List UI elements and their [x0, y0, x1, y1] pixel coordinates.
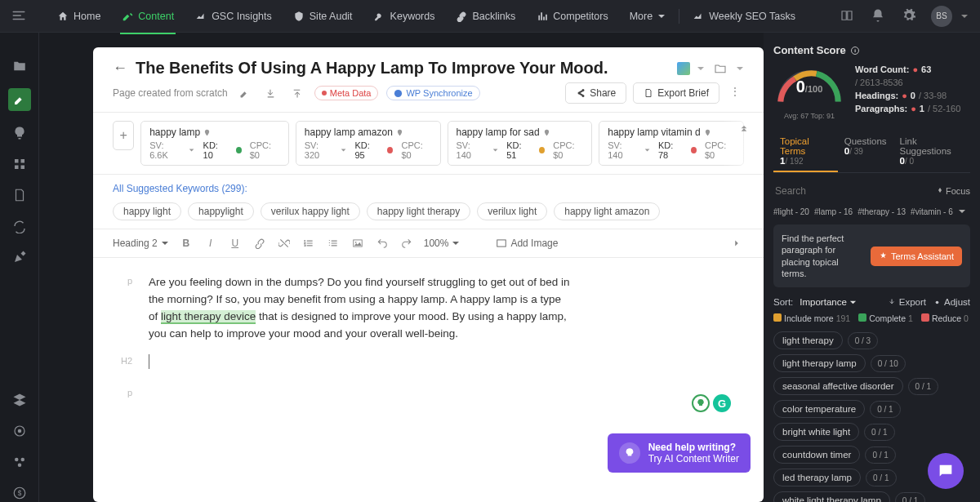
nav-label: Competitors	[553, 11, 608, 22]
rail-refresh-icon[interactable]	[11, 217, 29, 235]
folder-icon[interactable]	[711, 60, 729, 78]
suggested-keyword-pill[interactable]: happylight	[188, 202, 254, 220]
gauge-avg: Avg: 67 Top: 91	[773, 112, 845, 120]
nav-content[interactable]: Content	[114, 6, 182, 27]
paragraph-text[interactable]: Are you feeling down in the dumps? Do yo…	[149, 274, 573, 343]
export-button[interactable]: Export	[888, 297, 926, 307]
list-ul-icon[interactable]	[326, 236, 341, 251]
nav-label: Weekly SEO Tasks	[709, 11, 795, 22]
upload-icon[interactable]	[288, 84, 306, 102]
svg-text:i: i	[854, 48, 856, 53]
highlighted-term: light therapy device	[161, 310, 256, 324]
menu-toggle-icon[interactable]	[11, 8, 28, 24]
focus-button[interactable]: Focus	[936, 186, 970, 196]
color-toggle-icon[interactable]	[677, 62, 690, 75]
expand-icon[interactable]	[729, 236, 744, 251]
rail-target-icon[interactable]	[11, 422, 29, 440]
more-menu-icon[interactable]: ⋮	[726, 82, 744, 100]
nav-home[interactable]: Home	[49, 6, 109, 27]
suggested-label[interactable]: All Suggested Keywords (299):	[113, 183, 247, 194]
nav-audit[interactable]: Site Audit	[285, 6, 361, 27]
export-brief-button[interactable]: Export Brief	[633, 82, 719, 104]
add-image-button[interactable]: Add Image	[496, 238, 558, 249]
nav-competitors[interactable]: Competitors	[528, 6, 616, 27]
nav-more[interactable]: More	[621, 6, 674, 27]
term-row[interactable]: light therapy0 / 3	[773, 331, 970, 349]
suggested-keyword-pill[interactable]: happy light	[113, 202, 181, 220]
rail-doc-icon[interactable]	[11, 186, 29, 204]
rail-dollar-icon[interactable]: $	[11, 484, 29, 502]
share-button[interactable]: Share	[565, 82, 626, 104]
rail-pen-icon[interactable]	[11, 248, 29, 266]
list-ol-icon[interactable]	[301, 236, 316, 251]
filter-chip[interactable]: #light - 20	[773, 207, 809, 216]
tab-topical[interactable]: Topical Terms1/ 192	[773, 131, 838, 172]
nav-weekly[interactable]: Weekly SEO Tasks	[684, 6, 804, 27]
keyword-card[interactable]: happy lamp amazon SV: 320KD: 95CPC: $0	[296, 121, 441, 166]
unlink-icon[interactable]	[277, 236, 292, 251]
nav-backlinks[interactable]: Backlinks	[448, 6, 523, 27]
collapse-keywords-icon[interactable]	[737, 121, 751, 134]
underline-icon[interactable]: U	[228, 236, 243, 251]
add-keyword-button[interactable]: +	[113, 121, 134, 150]
nav-gsc[interactable]: GSC Insights	[187, 6, 280, 27]
search-input[interactable]	[773, 181, 936, 201]
rail-grid-icon[interactable]	[11, 155, 29, 173]
back-button[interactable]: ←	[113, 60, 127, 77]
keyword-card[interactable]: happy lamp for sad SV: 140KD: 51CPC: $0	[448, 121, 593, 166]
terms-assistant-button[interactable]: Terms Assistant	[871, 247, 962, 266]
chips-more-icon[interactable]	[958, 207, 966, 216]
suggested-keyword-pill[interactable]: verilux happy light	[261, 202, 360, 220]
nav-label: Home	[74, 11, 100, 22]
gear-icon[interactable]	[902, 8, 918, 24]
grammarly-icon[interactable]: G	[713, 394, 731, 412]
rail-cluster-icon[interactable]	[11, 453, 29, 471]
filter-chip[interactable]: #therapy - 13	[858, 207, 906, 216]
filter-chip[interactable]: #vitamin - 6	[911, 207, 953, 216]
docs-icon[interactable]	[840, 8, 856, 24]
rail-edit-icon[interactable]	[8, 88, 31, 111]
heading-select[interactable]: Heading 2	[113, 238, 169, 249]
info-icon[interactable]: i	[850, 46, 860, 56]
term-row[interactable]: bright white light0 / 1	[773, 423, 970, 441]
chat-fab[interactable]	[928, 453, 964, 489]
avatar[interactable]: BS	[931, 6, 952, 27]
suggested-keyword-pill[interactable]: happy light amazon	[554, 202, 660, 220]
keyword-card[interactable]: happy lamp vitamin d SV: 140KD: 78CPC: $…	[599, 121, 744, 166]
svg-point-1	[17, 429, 21, 433]
meta-data-badge[interactable]: Meta Data	[314, 86, 379, 100]
tab-links[interactable]: Link Suggestions0/ 0	[893, 131, 970, 172]
link-icon[interactable]	[252, 236, 267, 251]
rail-layers-icon[interactable]	[11, 391, 29, 409]
undo-icon[interactable]	[375, 236, 390, 251]
zoom-select[interactable]: 100%	[424, 238, 461, 249]
italic-icon[interactable]: I	[203, 236, 218, 251]
nav-keywords[interactable]: Keywords	[366, 6, 443, 27]
download-icon[interactable]	[262, 84, 280, 102]
hint-icon[interactable]	[692, 394, 710, 412]
term-row[interactable]: color temperature0 / 1	[773, 400, 970, 418]
keyword-card[interactable]: happy lamp SV: 6.6KKD: 10CPC: $0	[140, 121, 289, 166]
image-icon[interactable]	[350, 236, 365, 251]
filter-chip[interactable]: #lamp - 16	[814, 207, 853, 216]
rail-folder-icon[interactable]	[11, 57, 29, 75]
adjust-button[interactable]: Adjust	[933, 297, 970, 307]
bold-icon[interactable]: B	[179, 236, 194, 251]
term-row[interactable]: seasonal affective disorder0 / 1	[773, 377, 970, 395]
edit-icon[interactable]	[236, 84, 254, 102]
sort-select[interactable]: Importance	[800, 297, 857, 307]
bell-icon[interactable]	[871, 8, 887, 24]
suggested-keyword-pill[interactable]: verilux light	[477, 202, 547, 220]
term-row[interactable]: white light therapy lamp0 / 1	[773, 491, 970, 502]
tab-questions[interactable]: Questions0/ 39	[838, 131, 893, 172]
nav-label: More	[630, 11, 653, 22]
suggested-keyword-pill[interactable]: happy light therapy	[367, 202, 470, 220]
score-gauge: 0/100	[773, 64, 845, 110]
editor-body[interactable]: p Are you feeling down in the dumps? Do …	[93, 258, 764, 502]
wp-sync-badge[interactable]: WP Synchronize	[386, 86, 479, 100]
redo-icon[interactable]	[399, 236, 414, 251]
term-row[interactable]: light therapy lamp0 / 10	[773, 354, 970, 372]
rail-bulb-icon[interactable]	[11, 124, 29, 142]
ai-writer-banner[interactable]: Need help writing? Try AI Content Writer	[608, 433, 751, 473]
keyword-row: + happy lamp SV: 6.6KKD: 10CPC: $0happy …	[93, 113, 764, 175]
